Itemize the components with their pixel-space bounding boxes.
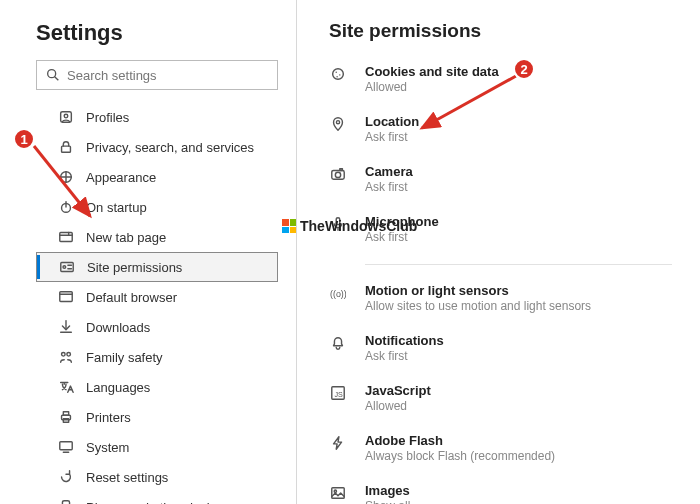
svg-rect-41 [332,488,344,499]
svg-rect-24 [60,442,72,450]
sidebar-item-default-browser[interactable]: Default browser [36,282,278,312]
sidebar-item-family-safety[interactable]: Family safety [36,342,278,372]
sidebar-item-site-permissions[interactable]: Site permissions [36,252,278,282]
svg-rect-22 [63,412,68,416]
permission-item-notifications[interactable]: NotificationsAsk first [329,333,672,363]
permission-title: Notifications [365,333,444,348]
panel-heading: Site permissions [329,20,672,42]
svg-point-19 [62,353,66,357]
lock-icon [58,139,74,155]
sidebar-item-label: New tab page [86,230,166,245]
sidebar-item-downloads[interactable]: Downloads [36,312,278,342]
permission-title: Adobe Flash [365,433,555,448]
horizontal-divider [365,264,672,265]
svg-rect-23 [63,419,68,423]
permission-item-javascript[interactable]: JSJavaScriptAllowed [329,383,672,413]
flash-icon [329,434,347,452]
permission-subtitle: Ask first [365,349,444,363]
sidebar-item-label: Phone and other devices [86,500,230,505]
image-icon [329,484,347,502]
sidebar-item-profiles[interactable]: Profiles [36,102,278,132]
permission-subtitle: Ask first [365,130,419,144]
phone-icon [58,499,74,504]
svg-point-3 [64,114,68,118]
svg-rect-8 [60,233,72,242]
sidebar-item-phone-and-other-devices[interactable]: Phone and other devices [36,492,278,504]
sidebar-item-label: On startup [86,200,147,215]
newtab-icon [58,229,74,245]
sidebar-item-appearance[interactable]: Appearance [36,162,278,192]
camera-icon [329,165,347,183]
family-icon [58,349,74,365]
svg-rect-36 [340,169,343,171]
search-input[interactable] [67,68,269,83]
sidebar-item-label: Appearance [86,170,156,185]
permission-title: Location [365,114,419,129]
permission-subtitle: Allow sites to use motion and light sens… [365,299,591,313]
svg-point-12 [63,266,66,269]
svg-point-31 [339,74,340,75]
profile-icon [58,109,74,125]
permission-item-images[interactable]: ImagesShow all [329,483,672,504]
permissions-icon [59,259,75,275]
sidebar-item-label: Site permissions [87,260,182,275]
svg-point-20 [67,353,71,357]
power-icon [58,199,74,215]
permission-item-motion-or-light-sensors[interactable]: ((o))Motion or light sensorsAllow sites … [329,283,672,313]
js-icon: JS [329,384,347,402]
appearance-icon [58,169,74,185]
sidebar-item-new-tab-page[interactable]: New tab page [36,222,278,252]
permission-title: Cookies and site data [365,64,499,79]
printer-icon [58,409,74,425]
sidebar-item-languages[interactable]: Languages [36,372,278,402]
svg-point-32 [336,76,337,77]
sidebar-item-label: Profiles [86,110,129,125]
svg-text:JS: JS [334,391,343,399]
sensor-icon: ((o)) [329,284,347,302]
permission-title: Images [365,483,410,498]
sidebar-item-label: Languages [86,380,150,395]
bell-icon [329,334,347,352]
watermark: TheWindowsClub [282,218,417,234]
annotation-badge-2: 2 [513,58,535,80]
svg-point-0 [48,70,56,78]
system-icon [58,439,74,455]
svg-point-29 [333,69,344,80]
permission-title: JavaScript [365,383,431,398]
sidebar-item-label: Privacy, search, and services [86,140,254,155]
permission-title: Camera [365,164,413,179]
browser-icon [58,289,74,305]
sidebar-item-privacy-search-and-services[interactable]: Privacy, search, and services [36,132,278,162]
sidebar-item-label: Reset settings [86,470,168,485]
site-permissions-panel: Site permissions Cookies and site dataAl… [297,0,700,504]
permission-subtitle: Ask first [365,180,413,194]
settings-nav: ProfilesPrivacy, search, and servicesApp… [36,102,278,504]
search-settings[interactable] [36,60,278,90]
sidebar-item-label: Default browser [86,290,177,305]
permissions-list: Cookies and site dataAllowedLocationAsk … [329,64,672,504]
permission-item-adobe-flash[interactable]: Adobe FlashAlways block Flash (recommend… [329,433,672,463]
sidebar-item-label: Family safety [86,350,163,365]
sidebar-item-label: Downloads [86,320,150,335]
sidebar-item-printers[interactable]: Printers [36,402,278,432]
permission-subtitle: Show all [365,499,410,504]
svg-point-30 [336,72,337,73]
page-title: Settings [36,20,278,46]
windows-logo-icon [282,219,296,233]
permission-item-camera[interactable]: CameraAsk first [329,164,672,194]
svg-text:((o)): ((o)) [330,289,346,299]
permission-item-location[interactable]: LocationAsk first [329,114,672,144]
sidebar-item-on-startup[interactable]: On startup [36,192,278,222]
permission-title: Motion or light sensors [365,283,591,298]
reset-icon [58,469,74,485]
svg-rect-4 [62,146,71,152]
cookie-icon [329,65,347,83]
svg-point-42 [334,490,336,492]
annotation-badge-1: 1 [13,128,35,150]
download-icon [58,319,74,335]
permission-item-cookies-and-site-data[interactable]: Cookies and site dataAllowed [329,64,672,94]
sidebar-item-reset-settings[interactable]: Reset settings [36,462,278,492]
sidebar-item-system[interactable]: System [36,432,278,462]
location-icon [329,115,347,133]
permission-subtitle: Always block Flash (recommended) [365,449,555,463]
